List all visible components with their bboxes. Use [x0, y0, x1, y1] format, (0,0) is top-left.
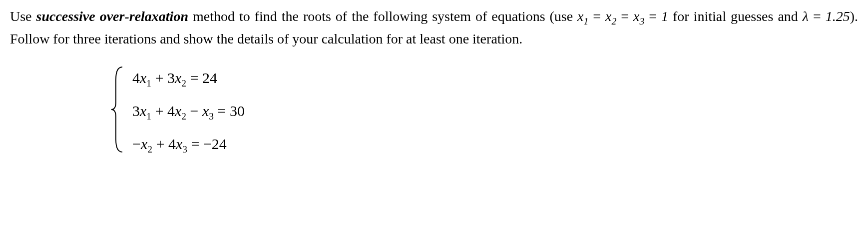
- equations-list: 4x1 + 3x2 = 24 3x1 + 4x2 − x3 = 30 −x2 +…: [132, 66, 245, 157]
- sub-3: 3: [639, 16, 644, 26]
- sub-1: 1: [584, 16, 589, 26]
- eq2-op2: −: [186, 102, 202, 119]
- eq3-op1: + 4: [152, 136, 176, 152]
- left-brace-icon: [110, 64, 125, 158]
- problem-statement: Use successive over-relaxation method to…: [10, 6, 858, 50]
- eq2-sub1: 1: [146, 111, 151, 122]
- method-name: successive over-relaxation: [36, 8, 188, 24]
- eq1-var1: x: [140, 70, 146, 86]
- lambda-value: 1.25: [826, 8, 850, 24]
- eq1-sub2: 2: [181, 78, 186, 88]
- eq1-var2: x: [175, 70, 181, 86]
- eq2-var3: x: [202, 102, 209, 119]
- eq-sign-4: =: [809, 8, 826, 24]
- var-x1: x: [577, 8, 583, 24]
- eq1-rhs: = 24: [186, 70, 217, 86]
- initial-value: 1: [661, 8, 668, 24]
- eq2-sub2: 2: [181, 111, 186, 122]
- eq3-rhs: = −24: [187, 136, 227, 152]
- eq2-var1: x: [140, 102, 146, 119]
- eq3-var1: x: [141, 136, 147, 152]
- eq2-rhs: = 30: [214, 102, 245, 119]
- eq1-coef1: 4: [132, 70, 140, 86]
- lambda-symbol: λ: [803, 8, 809, 24]
- eq2-op1: + 4: [151, 102, 175, 119]
- equation-1: 4x1 + 3x2 = 24: [132, 66, 245, 90]
- eq2-coef1: 3: [132, 102, 140, 119]
- eq1-op1: + 3: [151, 70, 175, 86]
- eq-sign-1: =: [588, 8, 605, 24]
- eq-sign-2: =: [616, 8, 633, 24]
- eq3-sub2: 3: [182, 144, 187, 154]
- eq3-coef1: −: [132, 136, 141, 152]
- eq3-var2: x: [176, 136, 182, 152]
- equation-system: 4x1 + 3x2 = 24 3x1 + 4x2 − x3 = 30 −x2 +…: [110, 64, 858, 158]
- text-part-3: for initial guesses and: [668, 8, 803, 24]
- var-x3: x: [633, 8, 639, 24]
- eq-sign-3: =: [644, 8, 661, 24]
- eq1-sub1: 1: [146, 78, 151, 88]
- eq2-sub3: 3: [209, 111, 214, 122]
- equation-2: 3x1 + 4x2 − x3 = 30: [132, 100, 245, 124]
- text-part-2: method to find the roots of the followin…: [188, 8, 577, 24]
- sub-2: 2: [612, 16, 617, 26]
- var-x2: x: [605, 8, 611, 24]
- text-part-1: Use: [10, 8, 36, 24]
- equation-3: −x2 + 4x3 = −24: [132, 132, 245, 156]
- eq3-sub1: 2: [147, 144, 152, 154]
- eq2-var2: x: [175, 102, 181, 119]
